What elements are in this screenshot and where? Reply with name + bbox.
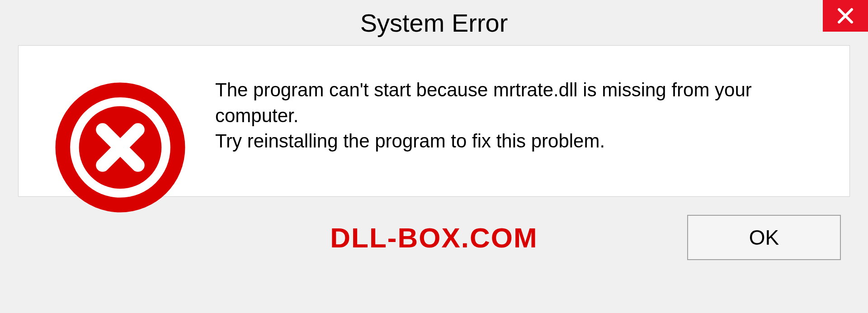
message-line-1: The program can't start because mrtrate.…: [215, 77, 822, 128]
watermark-text: DLL-BOX.COM: [330, 222, 538, 254]
content-area: The program can't start because mrtrate.…: [18, 45, 850, 197]
dialog-title: System Error: [360, 8, 508, 38]
close-icon: [837, 8, 854, 24]
ok-button[interactable]: OK: [687, 215, 841, 260]
message-line-2: Try reinstalling the program to fix this…: [215, 128, 822, 154]
title-bar: System Error: [0, 0, 868, 45]
ok-button-label: OK: [749, 225, 779, 250]
error-icon-wrap: [52, 80, 188, 215]
close-button[interactable]: [823, 0, 868, 32]
footer-area: DLL-BOX.COM OK: [18, 197, 850, 278]
message-wrap: The program can't start because mrtrate.…: [215, 77, 822, 154]
error-icon: [52, 80, 188, 215]
